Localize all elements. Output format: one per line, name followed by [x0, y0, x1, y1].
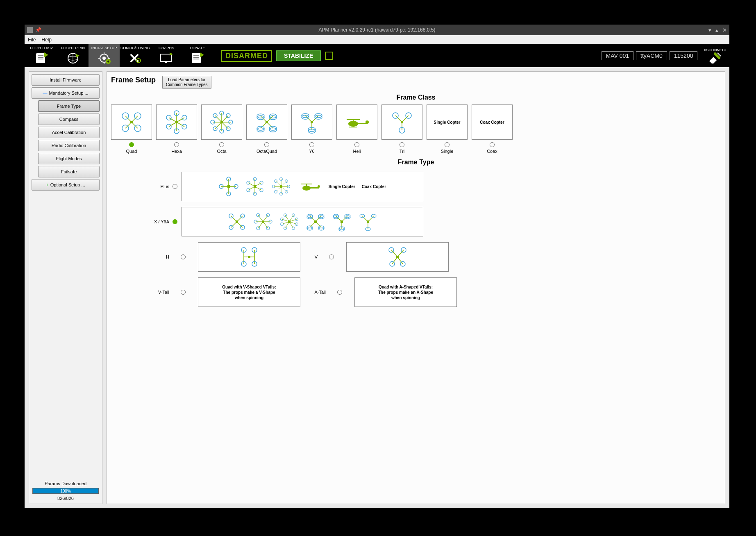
radio-tri[interactable]	[400, 142, 404, 147]
close-icon[interactable]: ✕	[722, 27, 727, 33]
ft-x-label: X / Y6A	[111, 219, 173, 224]
svg-rect-144	[236, 220, 238, 223]
radio-heli[interactable]	[354, 142, 359, 147]
svg-rect-202	[367, 220, 369, 223]
frame-class-y6[interactable]	[291, 104, 332, 140]
radio-ft-v[interactable]	[329, 254, 334, 259]
svg-rect-115	[254, 185, 256, 188]
svg-point-85	[366, 120, 369, 124]
radio-single[interactable]	[445, 142, 450, 147]
svg-line-24	[719, 55, 721, 56]
frame-class-octaquad[interactable]	[246, 104, 287, 140]
svg-rect-134	[310, 187, 319, 189]
frame-class-radio-row: Quad Hexa Octa OctaQuad Y6 Heli Tri Sing…	[111, 142, 721, 154]
ft-v-box[interactable]	[346, 242, 449, 272]
maximize-icon[interactable]: ▴	[715, 27, 718, 33]
sidebar-accel-calibration[interactable]: Accel Calibration	[38, 127, 100, 138]
ft-h-label: H	[111, 254, 173, 259]
baud-select[interactable]: 115200	[670, 51, 698, 60]
menu-file[interactable]: File	[28, 37, 36, 43]
ft-v-label: V	[313, 254, 321, 259]
flight-data-icon	[34, 51, 50, 65]
workspace: Install Firmware —Mandatory Setup ... Fr…	[25, 67, 729, 508]
frame-class-hexa[interactable]	[156, 104, 197, 140]
tab-flight-data[interactable]: FLIGHT DATA	[26, 44, 57, 67]
radio-octa[interactable]	[219, 142, 224, 147]
tab-graphs[interactable]: GRAPHS	[151, 44, 182, 67]
svg-rect-72	[266, 121, 268, 123]
frame-class-coax[interactable]: Coax Copter	[472, 104, 513, 140]
frame-class-octa[interactable]	[201, 104, 242, 140]
menu-help[interactable]: Help	[41, 37, 52, 43]
main-panel: Frame Setup Load Parameters for Common F…	[107, 71, 725, 504]
radio-ft-plus[interactable]	[173, 184, 177, 189]
ft-atail-box[interactable]: Quad with A-Shaped VTails: The props mak…	[354, 277, 457, 307]
sidebar-radio-calibration[interactable]: Radio Calibration	[38, 140, 100, 151]
ft-plus-label: Plus	[111, 184, 173, 189]
svg-rect-219	[396, 256, 399, 258]
window-title: APM Planner v2.0.29-rc1 (haward79-pc: 19…	[319, 27, 436, 33]
svg-point-8	[102, 57, 106, 60]
mav-id-select[interactable]: MAV 001	[602, 51, 634, 60]
sidebar-install-firmware[interactable]: Install Firmware	[32, 74, 100, 86]
sidebar-mandatory-setup[interactable]: —Mandatory Setup ...	[32, 87, 100, 99]
radio-hexa[interactable]	[174, 142, 179, 147]
svg-rect-95	[401, 121, 403, 123]
flight-mode-button[interactable]: STABILIZE	[276, 50, 321, 61]
radio-ft-h[interactable]	[181, 254, 186, 259]
radio-ft-atail[interactable]	[337, 290, 342, 295]
menubar: File Help	[25, 35, 729, 44]
ft-h-box[interactable]	[198, 242, 300, 272]
sidebar-failsafe[interactable]: Failsafe	[38, 166, 100, 177]
port-select[interactable]: ttyACM0	[636, 51, 667, 60]
svg-rect-195	[341, 220, 343, 223]
toolbar: FLIGHT DATA FLIGHT PLAN INITIAL SETUP + …	[25, 44, 729, 67]
svg-rect-210	[248, 256, 250, 258]
app-icon	[27, 27, 33, 33]
sidebar-frame-type[interactable]: Frame Type	[38, 100, 100, 112]
tab-config-tuning[interactable]: CONFIG/TUNING	[120, 44, 151, 67]
svg-text:+: +	[107, 59, 109, 64]
ft-x-box[interactable]	[182, 207, 423, 236]
frame-class-single[interactable]: Single Copter	[427, 104, 468, 140]
svg-point-135	[318, 185, 320, 188]
config-tuning-icon	[127, 51, 143, 65]
app-window: 📌 APM Planner v2.0.29-rc1 (haward79-pc: …	[25, 25, 729, 508]
disconnect-button[interactable]: DISCONNECT	[702, 48, 727, 64]
svg-point-133	[302, 186, 311, 191]
sidebar-flight-modes[interactable]: Flight Modes	[38, 153, 100, 164]
radio-quad[interactable]	[129, 142, 134, 147]
svg-rect-84	[357, 123, 367, 124]
tab-initial-setup[interactable]: INITIAL SETUP +	[89, 44, 120, 67]
load-parameters-button[interactable]: Load Parameters for Common Frame Types	[162, 76, 211, 89]
params-progress-bar: 100%	[32, 488, 99, 494]
radio-octaquad[interactable]	[264, 142, 269, 147]
sidebar: Install Firmware —Mandatory Setup ... Fr…	[29, 71, 102, 504]
tab-donate[interactable]: DONATE	[182, 44, 213, 67]
svg-line-23	[717, 53, 719, 55]
sidebar-optional-setup[interactable]: +Optional Setup ...	[32, 179, 100, 191]
tab-flight-plan[interactable]: FLIGHT PLAN	[57, 44, 89, 67]
radio-ft-x[interactable]	[173, 219, 177, 224]
minimize-icon[interactable]: ▾	[708, 27, 711, 33]
graphs-icon	[158, 51, 175, 65]
armed-status: DISARMED	[221, 50, 272, 62]
radio-ft-vtail[interactable]	[181, 290, 186, 295]
svg-rect-174	[288, 220, 291, 223]
plug-icon	[707, 52, 722, 64]
sidebar-compass[interactable]: Compass	[38, 114, 100, 125]
pin-icon[interactable]: 📌	[35, 27, 41, 33]
ft-vtail-box[interactable]: Quad with V-Shaped VTails: The props mak…	[198, 277, 300, 307]
frame-class-row: Single Copter Coax Copter	[111, 104, 721, 140]
svg-rect-19	[192, 53, 201, 63]
svg-rect-157	[262, 220, 264, 223]
frame-class-tri[interactable]	[381, 104, 422, 140]
ft-plus-box[interactable]: Single Copter Coax Copter	[182, 172, 423, 201]
svg-rect-0	[36, 53, 45, 63]
status-indicator-icon	[325, 52, 333, 60]
radio-coax[interactable]	[490, 142, 495, 147]
svg-rect-185	[314, 220, 317, 223]
radio-y6[interactable]	[309, 142, 314, 147]
frame-class-quad[interactable]	[111, 104, 152, 140]
frame-class-heli[interactable]	[336, 104, 377, 140]
